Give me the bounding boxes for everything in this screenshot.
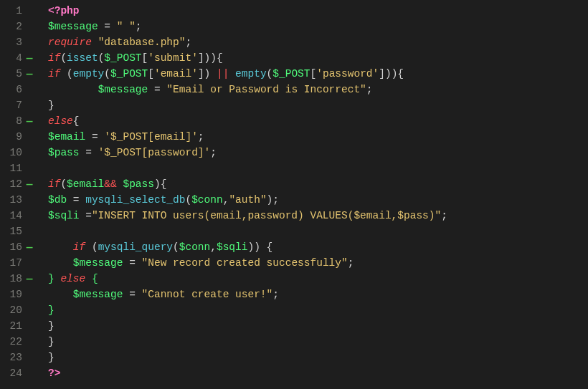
token-var: $message [73,289,123,300]
token-op: && [104,178,116,190]
token-pun: = [98,21,117,32]
fold-icon[interactable]: — [25,66,34,82]
code-line[interactable]: $sqli ="INSERT INTO users(email,password… [48,208,588,224]
token-pun: } [48,336,54,347]
token-pun: ]) [198,68,217,80]
line-number: 20 [0,302,34,318]
token-var: $db [48,194,67,206]
fold-icon[interactable]: — [25,271,34,287]
token-kw: if [73,241,85,253]
code-line[interactable]: if (mysqli_query($conn,$sqli)) { [48,239,588,255]
token-str: "auth" [229,194,266,206]
token-var: $sqli [48,210,80,221]
token-var: } [48,273,54,284]
token-var: $message [73,257,123,269]
code-line[interactable]: ?> [48,365,588,381]
line-number: 8— [0,113,34,129]
code-line[interactable]: $message = "Cannot create user!"; [48,287,588,302]
token-pun [85,273,92,284]
token-pun: ( [173,241,179,253]
token-str: " " [117,21,136,32]
line-number-label: 21 [10,318,24,334]
token-str: 'email' [154,68,198,80]
code-line[interactable]: else{ [48,113,588,129]
line-number-label: 10 [10,145,24,160]
code-line[interactable]: } [48,302,588,318]
code-line[interactable] [48,160,588,176]
token-var: $message [98,84,148,95]
code-line[interactable] [48,224,588,239]
token-pun: = [148,84,166,95]
token-str: 'password' [316,68,379,80]
code-line[interactable]: if(isset($_POST['submit'])){ [48,50,588,66]
token-kw: if [48,178,60,190]
line-number-label: 1 [16,3,24,19]
code-line[interactable]: if (empty($_POST['email']) || empty($_PO… [48,66,588,82]
line-number: 11 [0,160,34,176]
token-fn: isset [67,52,98,64]
code-line[interactable]: $message = "New record created successfu… [48,255,588,271]
fold-icon[interactable]: — [25,239,34,255]
code-line[interactable]: <?php [48,3,588,19]
token-fn: empty [235,68,267,80]
code-line[interactable]: $db = mysqli_select_db($conn,"auth"); [48,192,588,208]
token-str: '$_POST[email]' [104,131,198,143]
code-line[interactable]: $email = '$_POST[email]'; [48,129,588,145]
token-str: "Cannot create user!" [142,289,273,300]
token-fn: empty [73,68,105,80]
line-number: 10 [0,145,34,160]
line-number-label: 5 [16,66,24,82]
code-line[interactable]: } [48,97,588,113]
code-line[interactable]: $pass = '$_POST[password]'; [48,145,588,160]
token-str: "database.php" [98,37,186,48]
token-var: $pass [123,178,154,190]
code-line[interactable]: if($email&& $pass){ [48,176,588,192]
code-editor[interactable]: 1234—5—678—9101112—13141516—1718—1920212… [0,0,588,381]
token-pun: ); [267,194,279,206]
line-number: 19 [0,287,34,302]
token-kw: if [48,68,60,80]
code-line[interactable]: $message = "Email or Password is Incorre… [48,82,588,97]
line-number-label: 17 [10,255,24,271]
token-pun: = [80,210,92,221]
code-line[interactable]: $message = " "; [48,19,588,34]
token-kw: if [48,52,60,64]
line-number-label: 15 [10,224,24,239]
token-pun [48,241,73,253]
token-var: $_POST [110,68,148,80]
fold-icon[interactable]: — [25,50,34,66]
fold-icon[interactable]: — [25,176,34,192]
token-pun [48,84,98,95]
token-pun: [ [148,68,154,80]
code-area[interactable]: <?php$message = " ";require "database.ph… [39,3,588,381]
token-var: $_POST [104,52,141,64]
token-pun: , [210,241,217,253]
token-pun: ( [104,68,110,80]
line-number-label: 2 [16,19,24,34]
line-number-label: 14 [10,208,24,224]
code-line[interactable]: require "database.php"; [48,34,588,50]
token-pun: = [85,131,104,143]
line-number: 2 [0,19,34,34]
token-fn: mysqli_select_db [85,194,185,206]
token-pun: ; [272,289,279,300]
token-pun: ; [136,21,142,32]
token-tag: ?> [48,368,60,379]
line-number: 23 [0,350,34,365]
line-number-label: 16 [10,239,24,255]
fold-icon[interactable]: — [25,113,34,129]
line-number: 7 [0,97,34,113]
token-pun: ; [441,210,447,221]
token-pun: ( [60,68,72,80]
token-str: "INSERT INTO users(email,password) VALUE… [92,210,441,221]
token-var: $conn [179,241,211,253]
token-pun: )) { [247,241,272,253]
token-var: $sqli [217,241,248,253]
code-line[interactable]: } else { [48,271,588,287]
code-line[interactable]: } [48,334,588,350]
token-pun [229,68,235,80]
code-line[interactable]: } [48,350,588,365]
token-str: "New record created successfully" [142,257,348,269]
line-number-label: 4 [16,50,24,66]
code-line[interactable]: } [48,318,588,334]
